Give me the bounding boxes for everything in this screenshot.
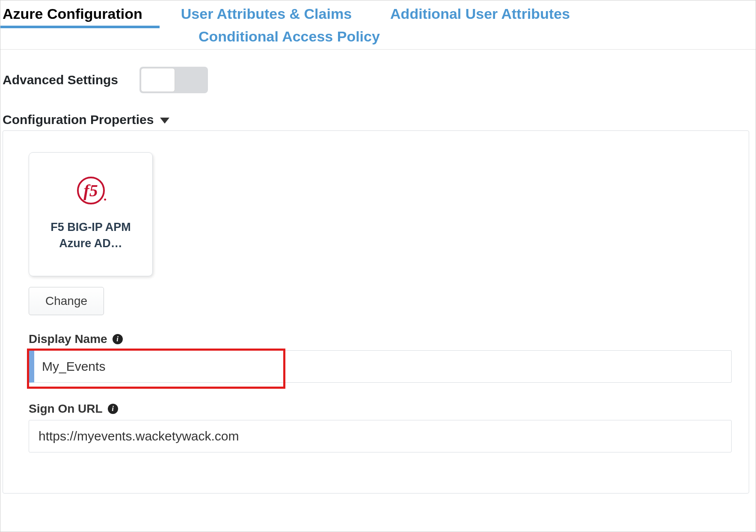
tab-conditional-access-policy[interactable]: Conditional Access Policy [196,28,397,49]
advanced-settings-label: Advanced Settings [3,73,118,87]
tab-azure-configuration[interactable]: Azure Configuration [0,0,160,28]
info-icon[interactable]: i [113,334,123,344]
advanced-settings-toggle[interactable] [139,67,208,93]
section-title: Configuration Properties [3,112,154,127]
toggle-knob [141,68,175,92]
info-icon[interactable]: i [108,404,118,414]
tab-additional-user-attributes[interactable]: Additional User Attributes [390,0,587,28]
configuration-properties-panel: f5 F5 BIG-IP APM Azure AD… Change Displa… [3,130,749,494]
change-button[interactable]: Change [29,287,104,315]
f5-logo-icon: f5 [77,177,105,204]
caret-down-icon [160,118,169,124]
tab-user-attributes-claims[interactable]: User Attributes & Claims [181,0,369,28]
display-name-input[interactable] [29,350,732,383]
configuration-properties-header[interactable]: Configuration Properties [3,112,753,127]
tab-bar: Azure Configuration User Attributes & Cl… [0,0,756,50]
app-card[interactable]: f5 F5 BIG-IP APM Azure AD… [29,152,153,276]
sign-on-url-label: Sign On URL i [29,402,732,416]
sign-on-url-input[interactable] [29,420,732,452]
display-name-label: Display Name i [29,332,732,346]
app-card-title: F5 BIG-IP APM Azure AD… [50,219,131,252]
